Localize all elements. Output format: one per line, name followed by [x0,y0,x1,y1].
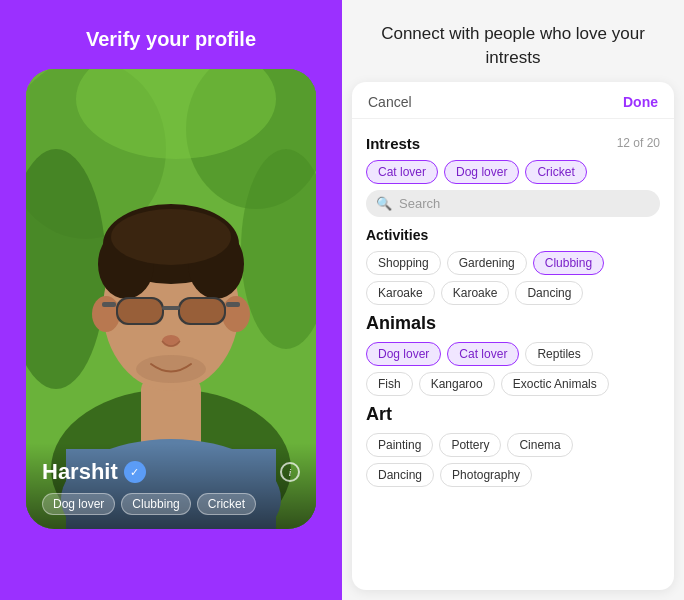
profile-card: Harshit ✓ i Dog lover Clubbing Cricket [26,69,316,529]
tag-clubbing[interactable]: Clubbing [533,251,604,275]
interests-section-header: Intrests 12 of 20 [366,135,660,152]
tag-cat-lover-anim[interactable]: Cat lover [447,342,519,366]
search-container[interactable]: 🔍 Search [366,190,660,217]
tag-karoake1[interactable]: Karoake [366,281,435,305]
search-icon: 🔍 [376,196,392,211]
activities-tags-row2: Karoake Karoake Dancing [366,281,660,305]
animals-tags-row1: Dog lover Cat lover Reptiles [366,342,660,366]
left-panel: Verify your profile [0,0,342,600]
svg-point-24 [162,335,180,347]
art-tags-row2: Dancing Photography [366,463,660,487]
profile-name-row: Harshit ✓ i [42,459,300,485]
animals-section: Animals Dog lover Cat lover Reptiles Fis… [366,313,660,396]
interests-modal: Cancel Done Intrests 12 of 20 Cat lover … [352,82,674,590]
profile-name: Harshit [42,459,118,485]
tag-gardening[interactable]: Gardening [447,251,527,275]
modal-header: Cancel Done [352,82,674,119]
tag-painting[interactable]: Painting [366,433,433,457]
tag-dog-lover-anim[interactable]: Dog lover [366,342,441,366]
art-section: Art Painting Pottery Cinema Dancing Phot… [366,404,660,487]
tag-cinema[interactable]: Cinema [507,433,572,457]
verified-badge: ✓ [124,461,146,483]
tag-dog-lover[interactable]: Dog lover [444,160,519,184]
right-panel: Connect with people who love your intres… [342,0,684,600]
profile-tag-clubbing[interactable]: Clubbing [121,493,190,515]
activities-section: Activities Shopping Gardening Clubbing K… [366,227,660,305]
activities-title: Activities [366,227,660,243]
svg-point-16 [222,296,250,332]
search-input[interactable]: Search [399,196,440,211]
left-title: Verify your profile [86,28,256,51]
profile-tag-doglover[interactable]: Dog lover [42,493,115,515]
interests-count: 12 of 20 [617,136,660,150]
interests-tags: Cat lover Dog lover Cricket [366,160,660,184]
tag-exoctic[interactable]: Exoctic Animals [501,372,609,396]
activities-tags-row1: Shopping Gardening Clubbing [366,251,660,275]
done-button[interactable]: Done [623,94,658,110]
tag-karoake2[interactable]: Karoake [441,281,510,305]
svg-point-15 [92,296,120,332]
modal-body[interactable]: Intrests 12 of 20 Cat lover Dog lover Cr… [352,119,674,590]
tag-reptiles[interactable]: Reptiles [525,342,592,366]
tag-dancing-art[interactable]: Dancing [366,463,434,487]
animals-title: Animals [366,313,660,334]
animals-tags-row2: Fish Kangaroo Exoctic Animals [366,372,660,396]
tag-fish[interactable]: Fish [366,372,413,396]
tag-cricket[interactable]: Cricket [525,160,586,184]
profile-overlay: Harshit ✓ i Dog lover Clubbing Cricket [26,443,316,529]
info-icon[interactable]: i [280,462,300,482]
cancel-button[interactable]: Cancel [368,94,412,110]
svg-point-14 [111,209,231,265]
tag-photography[interactable]: Photography [440,463,532,487]
svg-rect-21 [226,302,240,307]
svg-rect-20 [102,302,116,307]
right-title: Connect with people who love your intres… [342,0,684,82]
profile-tag-cricket[interactable]: Cricket [197,493,256,515]
svg-rect-23 [180,299,224,323]
profile-tags: Dog lover Clubbing Cricket [42,493,300,515]
svg-rect-19 [162,306,180,310]
svg-rect-22 [118,299,162,323]
search-row: 🔍 Search [366,190,660,217]
tag-pottery[interactable]: Pottery [439,433,501,457]
art-tags-row1: Painting Pottery Cinema [366,433,660,457]
tag-cat-lover[interactable]: Cat lover [366,160,438,184]
tag-kangaroo[interactable]: Kangaroo [419,372,495,396]
tag-dancing[interactable]: Dancing [515,281,583,305]
art-title: Art [366,404,660,425]
svg-point-25 [136,355,206,383]
interests-title: Intrests [366,135,420,152]
tag-shopping[interactable]: Shopping [366,251,441,275]
